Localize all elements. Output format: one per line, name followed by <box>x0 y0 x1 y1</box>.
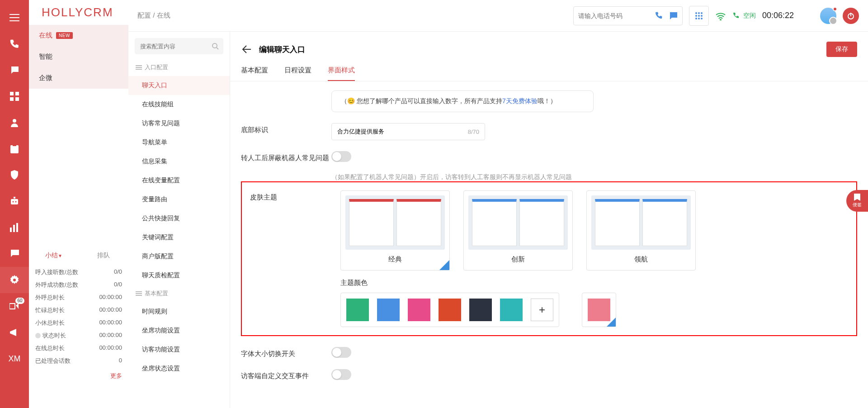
cfg-item[interactable]: 公共快捷回复 <box>128 209 230 228</box>
svg-rect-20 <box>136 65 142 66</box>
export-icon[interactable]: 60 <box>0 293 29 319</box>
save-button[interactable]: 保存 <box>826 42 857 57</box>
stat-tab-summary[interactable]: 小结▼ <box>29 247 79 264</box>
cfg-item[interactable]: 关键词配置 <box>128 228 230 247</box>
hint-bubble: （😊 您想了解哪个产品可以直接输入数字，所有产品支持7天免费体验哦！） <box>331 90 594 112</box>
color-swatch[interactable] <box>439 299 461 321</box>
cfg-item[interactable]: 访客常见问题 <box>128 114 230 133</box>
chart-icon[interactable] <box>0 214 29 241</box>
cfg-item[interactable]: 在线技能组 <box>128 95 230 114</box>
color-swatch[interactable] <box>408 299 430 321</box>
svg-rect-9 <box>13 144 16 146</box>
side-tab-wecom[interactable]: 企微 <box>29 67 128 89</box>
svg-rect-2 <box>9 20 19 21</box>
wifi-icon <box>715 11 726 20</box>
theme-card[interactable]: 经典 <box>340 190 450 270</box>
label-bottom-mark: 底部标识 <box>241 123 331 134</box>
cfg-item[interactable]: 导航菜单 <box>128 133 230 152</box>
more-link[interactable]: 更多 <box>29 369 128 383</box>
cfg-item[interactable]: 坐席功能设置 <box>128 321 230 340</box>
color-swatch[interactable] <box>469 299 492 321</box>
custom-color-swatch[interactable] <box>588 299 610 321</box>
grid-icon[interactable] <box>0 83 29 109</box>
cfg-item[interactable]: 时间规则 <box>128 302 230 321</box>
svg-rect-14 <box>10 228 12 232</box>
side-tab-online[interactable]: 在线NEW <box>29 25 128 46</box>
stat-row: 外呼成功数/总数0/0 <box>35 279 122 291</box>
svg-rect-22 <box>136 69 142 70</box>
list-icon <box>136 65 142 70</box>
cfg-item[interactable]: 坐席状态设置 <box>128 359 230 378</box>
breadcrumb-config[interactable]: 配置 <box>137 11 151 19</box>
svg-rect-21 <box>136 67 142 68</box>
tab-style[interactable]: 界面样式 <box>328 66 355 81</box>
agent-status[interactable]: 空闲 <box>732 12 756 20</box>
back-button[interactable] <box>241 44 252 55</box>
cfg-item[interactable]: 变量路由 <box>128 190 230 209</box>
svg-point-32 <box>695 18 697 19</box>
main-content: 编辑聊天入口 保存 基本配置 日程设置 界面样式 （😊 您想了解哪个产品可以直接… <box>230 32 868 408</box>
shield-icon[interactable] <box>0 162 29 188</box>
cfg-item[interactable]: 在线变量配置 <box>128 171 230 190</box>
chat-icon[interactable] <box>0 57 29 83</box>
settings-icon[interactable] <box>0 267 29 293</box>
cfg-group-basic: 基本配置 <box>128 285 230 302</box>
tab-schedule[interactable]: 日程设置 <box>284 66 311 81</box>
cfg-item[interactable]: 访客功能设置 <box>128 340 230 359</box>
apps-button[interactable] <box>689 6 709 26</box>
phone-search <box>573 6 683 25</box>
shield-robot-switch[interactable] <box>331 151 351 162</box>
stat-tab-queue[interactable]: 排队 <box>79 247 128 264</box>
color-swatch[interactable] <box>500 299 523 321</box>
menu-icon[interactable] <box>0 5 29 31</box>
msg-icon[interactable] <box>669 11 678 20</box>
label-custom-event: 访客端自定义交互事件 <box>241 369 331 380</box>
avatar[interactable] <box>820 8 836 24</box>
user-icon[interactable] <box>0 109 29 136</box>
add-color-button[interactable]: + <box>531 299 553 321</box>
comment-icon[interactable] <box>0 241 29 267</box>
color-swatch[interactable] <box>346 299 369 321</box>
svg-point-29 <box>695 15 697 17</box>
power-button[interactable] <box>843 8 859 24</box>
custom-event-switch[interactable] <box>331 369 351 380</box>
cfg-item[interactable]: 商户版配置 <box>128 247 230 266</box>
label-font-size-switch: 字体大小切换开关 <box>241 347 331 358</box>
tab-basic[interactable]: 基本配置 <box>241 66 268 81</box>
svg-rect-23 <box>136 291 142 292</box>
bookmark-fab[interactable]: 便签 <box>846 190 868 212</box>
dial-icon[interactable] <box>655 11 664 20</box>
svg-point-18 <box>212 43 217 48</box>
theme-card[interactable]: 领航 <box>586 190 696 270</box>
svg-point-7 <box>13 119 16 123</box>
side-panel: HOLLYCRM 在线NEW 智能 企微 小结▼ 排队 呼入接听数/总数0/0外… <box>29 0 128 408</box>
cfg-item[interactable]: 聊天质检配置 <box>128 266 230 285</box>
custom-color[interactable] <box>582 293 616 327</box>
font-size-switch[interactable] <box>331 347 351 358</box>
svg-rect-3 <box>10 92 14 95</box>
svg-rect-8 <box>10 145 19 153</box>
stat-row: 忙碌总时长00:00:00 <box>35 304 122 317</box>
side-tab-smart[interactable]: 智能 <box>29 46 128 67</box>
bottom-mark-input[interactable] <box>337 128 444 135</box>
svg-rect-10 <box>11 199 18 204</box>
announce-icon[interactable] <box>0 319 29 346</box>
phone-icon[interactable] <box>0 31 29 57</box>
xm-icon[interactable]: XM <box>0 346 29 372</box>
robot-icon[interactable] <box>0 188 29 214</box>
free-trial-link[interactable]: 7天免费体验 <box>502 97 538 104</box>
svg-point-34 <box>701 18 703 19</box>
cfg-item[interactable]: 信息采集 <box>128 152 230 171</box>
page-title: 编辑聊天入口 <box>259 44 305 55</box>
phone-input[interactable] <box>578 12 651 19</box>
breadcrumb: 配置 / 在线 <box>137 11 170 20</box>
svg-rect-25 <box>136 295 142 296</box>
svg-rect-0 <box>9 14 19 15</box>
clipboard-icon[interactable] <box>0 136 29 162</box>
logo: HOLLYCRM <box>29 0 128 25</box>
cfg-item[interactable]: 聊天入口 <box>128 76 230 95</box>
color-swatch[interactable] <box>377 299 400 321</box>
config-search-input[interactable] <box>135 38 223 54</box>
svg-rect-11 <box>14 197 15 199</box>
theme-card[interactable]: 创新 <box>463 190 573 270</box>
